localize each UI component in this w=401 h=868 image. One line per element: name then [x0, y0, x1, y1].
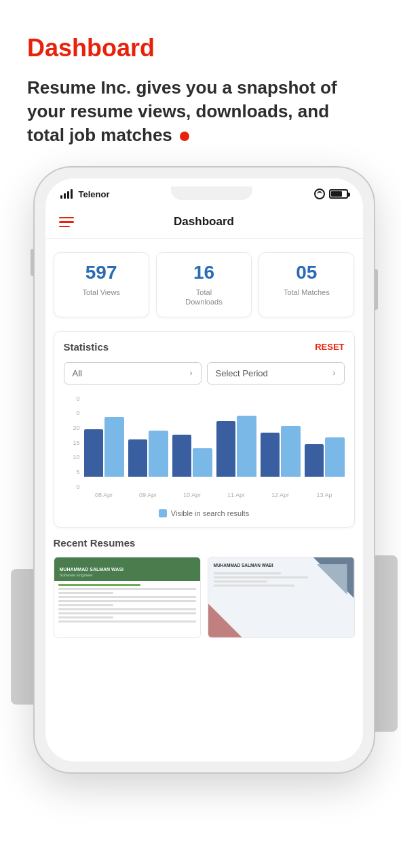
status-bar: Telenor [45, 178, 363, 205]
accent-dot [180, 132, 189, 141]
stat-card-matches: 05 Total Matches [259, 252, 354, 317]
resume-line-2 [58, 588, 196, 590]
resume-line-5 [58, 600, 196, 602]
resume-card-2[interactable]: MUHAMMAD SALMAN WABI [208, 557, 355, 638]
chart-group-4 [216, 416, 256, 477]
phone-screen: Telenor [45, 178, 363, 762]
bar-light-4 [237, 416, 256, 477]
stat-card-views: 597 Total Views [54, 252, 149, 317]
resume-line-4 [58, 596, 196, 598]
chevron-right-icon-2: › [333, 368, 336, 378]
resume-line-7 [58, 608, 196, 610]
app-content: 597 Total Views 16 TotalDownloads 05 Tot… [45, 239, 363, 651]
filter-period-label: Select Period [216, 368, 268, 378]
stat-label-views: Total Views [60, 288, 143, 297]
resume-card-1-header: MUHAMMAD SALMAN WASI Software Engineer [54, 557, 200, 581]
bar-dark-1 [84, 429, 104, 477]
bar-light-5 [281, 426, 301, 477]
notch [171, 186, 252, 200]
chart-x-labels: 08 Apr 09 Apr 10 Apr 11 Apr 12 Apr 13 Ap [84, 492, 345, 498]
chart-legend: Visible in search results [64, 509, 345, 517]
phone-mockup: Telenor [35, 167, 374, 772]
statistics-section: Statistics RESET All › Select Period [54, 331, 355, 528]
resume-line-2-3 [214, 580, 268, 583]
resume-line-2-2 [214, 576, 308, 578]
resume-name-1: MUHAMMAD SALMAN WASI [60, 567, 124, 572]
bar-dark-6 [305, 444, 324, 477]
stat-label-matches: Total Matches [265, 288, 348, 297]
x-label-6: 13 Ap [305, 492, 345, 498]
app-header: Dashboard [45, 205, 363, 239]
chevron-right-icon: › [190, 368, 193, 378]
resume-card-1-body [54, 581, 200, 627]
chart-area: 0 0 20 15 10 5 0 [64, 395, 345, 504]
filter-all-label: All [73, 368, 82, 378]
y-label-20: 20 [73, 425, 79, 431]
y-label-5: 5 [76, 469, 79, 475]
hamburger-line-1 [59, 217, 74, 219]
resume-line-9 [58, 616, 113, 618]
page-container: Dashboard Resume Inc. gives you a snapsh… [0, 0, 401, 868]
legend-label: Visible in search results [171, 509, 249, 517]
resume-line-1 [58, 584, 141, 586]
y-label-15: 15 [73, 439, 79, 446]
chart-group-2 [128, 431, 168, 477]
app-header-title: Dashboard [174, 215, 234, 229]
x-label-5: 12 Apr [261, 492, 301, 498]
x-label-2: 09 Apr [128, 492, 168, 498]
bar-dark-4 [216, 421, 236, 477]
filter-period-pill[interactable]: Select Period › [207, 362, 345, 384]
bar-dark-5 [261, 433, 280, 477]
resume-card-1[interactable]: MUHAMMAD SALMAN WASI Software Engineer [54, 557, 201, 638]
chart-y-labels: 0 0 20 15 10 5 0 [64, 395, 83, 490]
bar-light-1 [104, 417, 124, 477]
chart-group-6 [305, 437, 345, 477]
filter-all-pill[interactable]: All › [64, 362, 202, 384]
resume-line-8 [58, 612, 196, 614]
hamburger-icon[interactable] [59, 217, 74, 228]
globe-icon [314, 189, 325, 199]
page-subtitle: Resume Inc. gives you a snapshot of your… [27, 76, 353, 147]
filter-row: All › Select Period › [64, 362, 345, 384]
page-title: Dashboard [27, 34, 381, 62]
x-label-4: 11 Apr [216, 492, 256, 498]
y-label-10: 10 [73, 454, 79, 460]
resume-cards-row: MUHAMMAD SALMAN WASI Software Engineer [54, 557, 355, 638]
stat-number-views: 597 [60, 262, 143, 283]
bar-light-3 [193, 448, 212, 477]
y-label-0: 0 [76, 395, 79, 402]
reset-button[interactable]: RESET [315, 342, 344, 352]
statistics-header: Statistics RESET [64, 341, 345, 353]
statistics-title: Statistics [64, 341, 109, 353]
stats-row: 597 Total Views 16 TotalDownloads 05 Tot… [45, 239, 363, 330]
x-label-3: 10 Apr [172, 492, 212, 498]
stat-number-downloads: 16 [162, 262, 246, 283]
recent-section: Recent Resumes MUHAMMAD SALMAN WASI Soft… [54, 537, 355, 638]
battery-fill [331, 191, 343, 197]
chart-bars [84, 395, 345, 490]
stat-label-downloads: TotalDownloads [162, 288, 246, 307]
status-right [314, 189, 348, 199]
chart-group-5 [261, 426, 301, 477]
battery-icon [329, 189, 348, 199]
phone-frame: Telenor [35, 167, 374, 772]
bar-dark-3 [172, 435, 192, 477]
bar-dark-2 [128, 439, 148, 477]
bar-light-6 [325, 437, 345, 477]
status-left: Telenor [60, 189, 110, 199]
resume-line-3 [58, 592, 113, 594]
resume-sub-1: Software Engineer [60, 573, 124, 577]
hamburger-line-2 [59, 221, 74, 223]
resume-line-2-1 [214, 572, 282, 574]
carrier-label: Telenor [79, 189, 110, 199]
y-label-0b: 0 [76, 410, 79, 416]
recent-resumes-title: Recent Resumes [54, 537, 355, 549]
chart-group-1 [84, 417, 124, 477]
chart-group-3 [172, 435, 212, 477]
bar-light-2 [149, 431, 168, 477]
signal-icon [60, 189, 73, 199]
geo-shape-3 [208, 604, 242, 637]
resume-line-2-4 [214, 585, 294, 587]
resume-name-2: MUHAMMAD SALMAN WABI [214, 563, 308, 568]
x-label-1: 08 Apr [84, 492, 124, 498]
